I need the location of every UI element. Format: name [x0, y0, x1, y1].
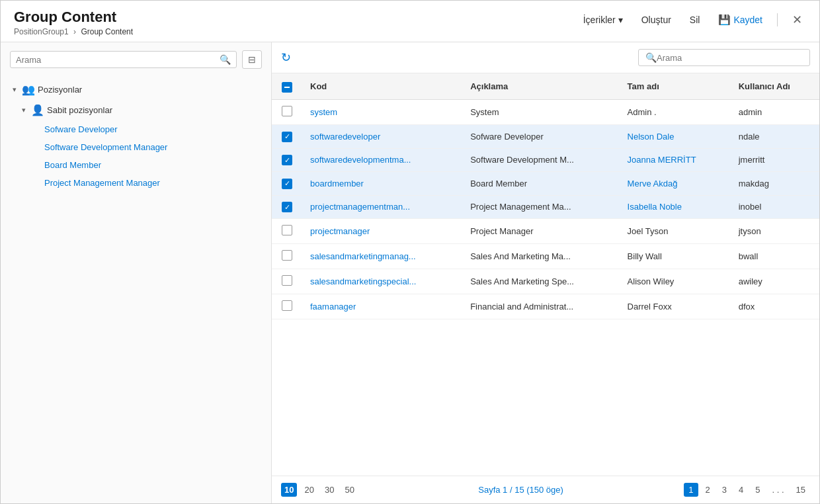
- row-checkbox-cell[interactable]: [272, 100, 302, 125]
- row-checkbox[interactable]: [282, 275, 292, 286]
- table-row: projectmanager Project Manager Joel Tyso…: [272, 219, 819, 244]
- row-kod: projectmanager: [302, 219, 462, 244]
- row-tam-adi: Joel Tyson: [620, 219, 731, 244]
- row-aciklama: Project Manager: [462, 219, 619, 244]
- row-aciklama: Sales And Marketing Spe...: [462, 269, 619, 294]
- row-checkbox-cell[interactable]: [272, 219, 302, 244]
- row-kullanici: jmerritt: [731, 148, 819, 172]
- row-checkbox[interactable]: [282, 250, 292, 261]
- sidebar-search-button[interactable]: 🔍: [220, 54, 231, 65]
- row-aciklama: Board Member: [462, 172, 619, 196]
- close-button[interactable]: ✕: [788, 11, 806, 28]
- row-tam-adi: Billy Wall: [620, 244, 731, 269]
- tree-item-sabit-pozisyonlar[interactable]: ▾ 👤 Sabit pozisyonlar: [1, 100, 271, 120]
- header: Group Content PositionGroup1 › Group Con…: [1, 1, 819, 42]
- row-aciklama: System: [462, 100, 619, 125]
- page-4[interactable]: 4: [734, 483, 748, 497]
- people-icon: 👥: [22, 83, 35, 96]
- pagination: 10 20 30 50 Sayfa 1 / 15 (150 öge) 1 2 3…: [272, 476, 819, 503]
- row-checkbox[interactable]: [282, 106, 292, 116]
- icerikler-button[interactable]: İçerikler ▾: [579, 12, 627, 28]
- row-checkbox[interactable]: [282, 225, 292, 235]
- chevron-down-icon: ▾: [19, 106, 28, 114]
- table-row: softwaredeveloper Sofware Developer Nels…: [272, 125, 819, 149]
- table-row: boardmember Board Member Merve Akdağ mak…: [272, 172, 819, 196]
- sil-button[interactable]: Sil: [686, 12, 704, 28]
- row-kullanici: inobel: [731, 195, 819, 219]
- person-icon: 👤: [31, 104, 44, 116]
- row-kod: projectmanagementman...: [302, 195, 462, 219]
- row-kullanici: admin: [731, 100, 819, 125]
- select-all-header[interactable]: [272, 73, 302, 100]
- sil-label: Sil: [690, 15, 700, 25]
- row-checkbox[interactable]: [282, 155, 292, 165]
- chevron-down-icon: ▾: [10, 85, 19, 94]
- row-aciklama: Software Development M...: [462, 148, 619, 172]
- tree-item-pozisyonlar[interactable]: ▾ 👥 Pozisyonlar: [1, 79, 271, 100]
- row-tam-adi: Alison Wiley: [620, 269, 731, 294]
- main-body: 🔍 ⊟ ▾ 👥 Pozisyonlar ▾ 👤 Sabit: [1, 42, 819, 503]
- table-row: salesandmarketingmanag... Sales And Mark…: [272, 244, 819, 269]
- row-aciklama: Sofware Developer: [462, 125, 619, 149]
- kaydet-button[interactable]: 💾 Kaydet: [714, 11, 766, 28]
- col-header-aciklama: Açıklama: [462, 73, 619, 100]
- row-checkbox-cell[interactable]: [272, 244, 302, 269]
- row-checkbox-cell[interactable]: [272, 294, 302, 319]
- row-kullanici: bwall: [731, 244, 819, 269]
- content-toolbar: ↻ 🔍: [272, 42, 819, 73]
- tree-item-board-member[interactable]: Board Member: [1, 156, 271, 174]
- breadcrumb-sep: ›: [73, 27, 76, 36]
- row-kullanici: jtyson: [731, 219, 819, 244]
- select-all-checkbox[interactable]: [282, 82, 292, 93]
- row-checkbox-cell[interactable]: [272, 195, 302, 219]
- header-actions: İçerikler ▾ Oluştur Sil 💾 Kaydet ✕: [579, 11, 806, 28]
- row-checkbox[interactable]: [282, 132, 292, 142]
- refresh-icon: ↻: [281, 51, 291, 64]
- row-aciklama: Project Management Ma...: [462, 195, 619, 219]
- data-table: Kod Açıklama Tam adı Kullanıcı Adı syste…: [272, 73, 819, 319]
- refresh-button[interactable]: ↻: [281, 50, 291, 65]
- row-kullanici: dfox: [731, 294, 819, 319]
- page-15[interactable]: 15: [792, 483, 810, 497]
- tree-leaf-label: Project Management Manager: [44, 178, 160, 188]
- page-1[interactable]: 1: [684, 483, 698, 497]
- olustur-label: Oluştur: [641, 15, 671, 25]
- row-checkbox-cell[interactable]: [272, 172, 302, 196]
- save-icon: 💾: [718, 14, 731, 26]
- sidebar-panel-button[interactable]: ⊟: [242, 50, 262, 69]
- tree-leaf-label: Board Member: [44, 160, 101, 170]
- tree-item-software-dev-manager[interactable]: Software Development Manager: [1, 138, 271, 156]
- page-3[interactable]: 3: [718, 483, 731, 497]
- page-size-20[interactable]: 20: [301, 483, 317, 497]
- search-icon: 🔍: [220, 54, 231, 65]
- breadcrumb-parent: PositionGroup1: [14, 27, 69, 36]
- table-body: system System Admin . admin softwaredeve…: [272, 100, 819, 319]
- page-5[interactable]: 5: [751, 483, 764, 497]
- row-checkbox-cell[interactable]: [272, 269, 302, 294]
- row-kod: salesandmarketingmanag...: [302, 244, 462, 269]
- row-kullanici: awiley: [731, 269, 819, 294]
- sidebar-search-input[interactable]: [16, 55, 220, 65]
- page-size-50[interactable]: 50: [341, 483, 357, 497]
- tree-item-sofware-developer[interactable]: Sofware Developer: [1, 120, 271, 138]
- page-size-10[interactable]: 10: [281, 483, 297, 497]
- page-2[interactable]: 2: [701, 483, 715, 497]
- col-header-kullanici: Kullanıcı Adı: [731, 73, 819, 100]
- row-tam-adi: Merve Akdağ: [620, 172, 731, 196]
- row-checkbox[interactable]: [282, 300, 292, 311]
- tree-item-project-mgmt-manager[interactable]: Project Management Manager: [1, 174, 271, 192]
- sidebar-tree: ▾ 👥 Pozisyonlar ▾ 👤 Sabit pozisyonlar So…: [1, 77, 271, 503]
- row-kod: salesandmarketingspecial...: [302, 269, 462, 294]
- table-row: system System Admin . admin: [272, 100, 819, 125]
- content-search-input[interactable]: [657, 53, 803, 63]
- row-kod: softwaredevelopmentma...: [302, 148, 462, 172]
- col-header-kod: Kod: [302, 73, 462, 100]
- header-divider: [777, 13, 778, 26]
- page-size-30[interactable]: 30: [321, 483, 337, 497]
- olustur-button[interactable]: Oluştur: [637, 12, 675, 28]
- content-search-icon: 🔍: [645, 52, 657, 63]
- row-checkbox[interactable]: [282, 202, 292, 212]
- row-checkbox-cell[interactable]: [272, 148, 302, 172]
- row-checkbox[interactable]: [282, 179, 292, 189]
- row-checkbox-cell[interactable]: [272, 125, 302, 149]
